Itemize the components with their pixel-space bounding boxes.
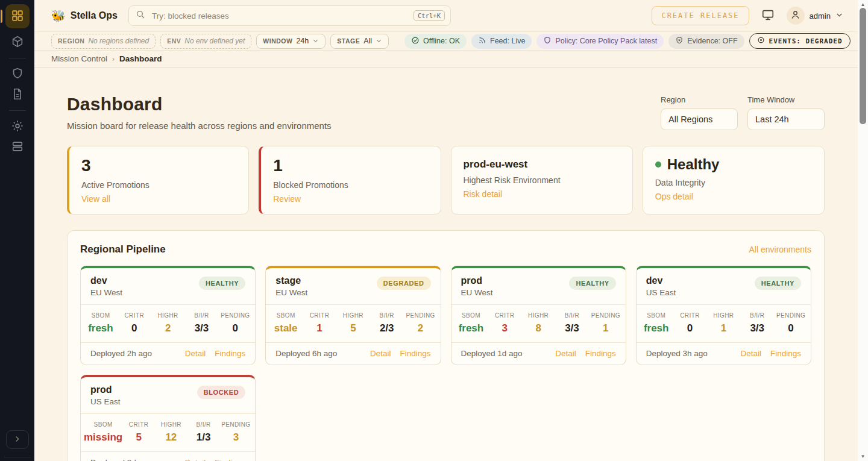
package-icon [11, 35, 24, 50]
keyboard-shortcut-badge: Ctrl+K [414, 10, 445, 21]
region-filter-pill[interactable]: REGION No regions defined [51, 34, 156, 49]
feed-status-text: Feed: Live [490, 37, 525, 45]
stat-value: 5 [336, 322, 370, 334]
scrollbar-thumb[interactable] [860, 8, 866, 124]
evidence-status-pill[interactable]: Evidence: OFF [668, 34, 744, 49]
detail-link[interactable]: Detail [185, 458, 206, 461]
shield-off-icon [675, 36, 684, 46]
all-environments-link[interactable]: All environments [749, 245, 812, 254]
stat-value: 2 [151, 322, 185, 334]
stat-cell: HIGHR5 [336, 312, 370, 334]
findings-link[interactable]: Findings [585, 349, 616, 358]
view-all-link[interactable]: View all [81, 194, 110, 204]
sidebar [0, 0, 34, 461]
pipeline-card-header: prod EU West HEALTHY [451, 268, 626, 305]
env-filter-value: No env defined yet [184, 37, 245, 45]
search-input[interactable] [151, 11, 408, 21]
window-filter-pill[interactable]: WINDOW 24h [256, 34, 326, 49]
window-filter-value: 24h [296, 37, 309, 45]
risk-detail-link[interactable]: Risk detail [464, 189, 503, 199]
findings-link[interactable]: Findings [215, 349, 245, 358]
page-title-block: Dashboard Mission board for release heal… [67, 94, 332, 131]
env-filter-pill[interactable]: ENV No env defined yet [160, 34, 251, 49]
server-stack-icon [11, 140, 24, 155]
page-header: Dashboard Mission board for release heal… [67, 94, 825, 131]
stage-filter-pill[interactable]: STAGE All [330, 34, 389, 49]
offline-status-pill[interactable]: Offline: OK [404, 34, 467, 49]
detail-link[interactable]: Detail [185, 349, 206, 358]
page-subtitle: Mission board for release health across … [67, 121, 332, 131]
pipeline-card-stats: SBOMfresh CRITR0 HIGHR2 B/I/R3/3 PENDING… [81, 305, 255, 343]
findings-link[interactable]: Findings [400, 349, 430, 358]
topbar-actions: CREATE RELEASE admin [652, 6, 843, 25]
pipeline-card-stats: SBOMstale CRITR1 HIGHR5 B/I/R2/3 PENDING… [266, 305, 440, 343]
stat-value: 2 [404, 322, 438, 334]
sidebar-item-settings[interactable] [5, 116, 30, 137]
detail-link[interactable]: Detail [370, 349, 391, 358]
display-mode-button[interactable] [761, 8, 775, 24]
review-link[interactable]: Review [273, 194, 301, 204]
sidebar-item-documents[interactable] [5, 84, 30, 105]
stat-value: 1 [589, 322, 623, 334]
person-icon [790, 10, 800, 22]
env-block: dev US East [646, 275, 676, 297]
stat-cell: CRITR3 [488, 312, 521, 334]
region-select[interactable]: All Regions [661, 108, 738, 130]
events-status-pill[interactable]: EVENTS: DEGRADED [749, 33, 851, 49]
ops-detail-link[interactable]: Ops detail [655, 192, 693, 201]
healthy-dot-icon [655, 162, 661, 168]
findings-link[interactable]: Findings [770, 349, 801, 358]
global-search[interactable]: Ctrl+K [128, 5, 451, 26]
breadcrumb-parent[interactable]: Mission Control [51, 54, 107, 63]
pipeline-card-header: prod US East BLOCKED [81, 377, 255, 414]
summary-value: Healthy [655, 156, 812, 173]
environment-name: stage [275, 275, 307, 286]
stat-value: 3/3 [555, 322, 589, 334]
active-indicator [1, 10, 2, 23]
scrollbar-down-arrow[interactable]: ▼ [858, 453, 868, 460]
pipeline-card: dev US East HEALTHY SBOMfresh CRITR0 HIG… [636, 266, 811, 365]
findings-link[interactable]: Findings [215, 458, 245, 461]
user-menu[interactable]: admin [787, 7, 843, 25]
stat-label: CRITR [488, 312, 521, 319]
sidebar-item-security[interactable] [5, 64, 30, 84]
deployed-time: Deployed 2h ago [90, 349, 152, 358]
stat-value: 1/3 [187, 431, 220, 444]
detail-link[interactable]: Detail [740, 349, 761, 358]
region-name: EU West [90, 288, 122, 297]
region-name: EU West [461, 288, 493, 297]
events-status-text: EVENTS: DEGRADED [769, 37, 843, 45]
stat-label: SBOM [640, 312, 673, 319]
stat-value: 0 [673, 322, 707, 334]
policy-status-pill[interactable]: Policy: Core Policy Pack latest [536, 34, 664, 49]
stat-label: CRITR [303, 312, 336, 319]
stage-filter-label: STAGE [337, 37, 360, 45]
stat-value: stale [269, 322, 303, 334]
stat-cell: CRITR5 [122, 421, 155, 444]
chevron-down-icon [376, 36, 382, 46]
time-window-select[interactable]: Last 24h [747, 108, 825, 130]
summary-cards: 3 Active Promotions View all 1 Blocked P… [67, 146, 825, 215]
sidebar-item-releases[interactable] [5, 32, 30, 52]
sidebar-expand-button[interactable] [6, 430, 29, 449]
pipeline-card: stage EU West DEGRADED SBOMstale CRITR1 … [265, 266, 441, 365]
sidebar-item-servers[interactable] [5, 137, 30, 157]
env-block: prod EU West [461, 275, 493, 297]
stat-value: fresh [640, 322, 673, 334]
region-name: EU West [275, 288, 307, 297]
stat-label: HIGHR [155, 421, 187, 428]
pipeline-card-stats: SBOMfresh CRITR0 HIGHR1 B/I/R3/3 PENDING… [637, 305, 811, 343]
stat-value: 0 [774, 322, 808, 334]
summary-value: prod-eu-west [464, 156, 620, 171]
stat-label: SBOM [454, 312, 488, 319]
stat-cell: B/I/R1/3 [187, 421, 220, 444]
pipeline-card-header: dev US East HEALTHY [637, 268, 811, 305]
breadcrumb-current: Dashboard [119, 54, 162, 63]
environment-name: prod [90, 384, 121, 395]
region-filter-value: No regions defined [88, 37, 149, 45]
summary-card-blocked-promotions: 1 Blocked Promotions Review [259, 146, 441, 215]
create-release-button[interactable]: CREATE RELEASE [652, 6, 749, 25]
feed-status-pill[interactable]: Feed: Live [471, 34, 532, 49]
sidebar-item-dashboard[interactable] [5, 4, 30, 28]
detail-link[interactable]: Detail [555, 349, 576, 358]
